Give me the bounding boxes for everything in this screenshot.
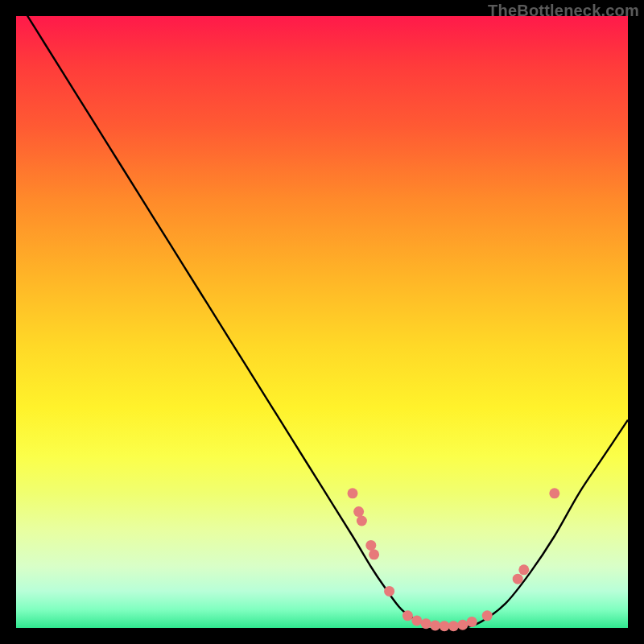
data-marker (440, 621, 450, 631)
data-marker (448, 621, 459, 631)
data-marker (430, 620, 440, 630)
data-marker (353, 506, 364, 517)
data-marker (467, 617, 477, 627)
data-marker (457, 620, 468, 630)
data-marker (513, 574, 523, 584)
chart-container: TheBottleneck.com (0, 0, 644, 644)
data-marker (402, 610, 413, 621)
data-marker (549, 488, 559, 498)
chart-svg (16, 16, 628, 628)
data-marker (421, 618, 431, 629)
data-markers (348, 488, 560, 631)
data-marker (357, 516, 367, 526)
bottleneck-curve (16, 0, 628, 629)
plot-area (16, 16, 628, 628)
data-marker (411, 615, 422, 625)
data-marker (384, 586, 394, 597)
data-marker (518, 564, 529, 575)
data-marker (348, 488, 358, 498)
data-marker (482, 610, 493, 621)
data-marker (365, 540, 376, 551)
data-marker (369, 549, 379, 559)
